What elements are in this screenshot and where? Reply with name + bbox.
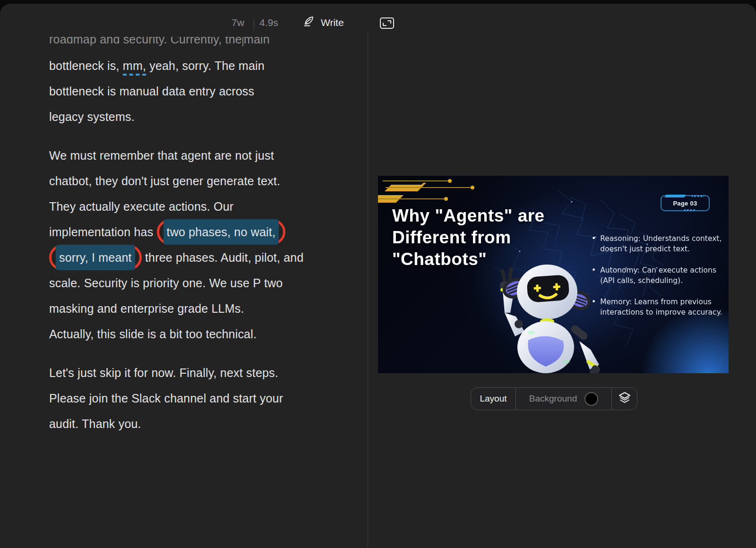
main-panel: 7w 4.9s Write roadmap and security. Curr… [0, 4, 756, 548]
transcript-paragraph[interactable]: Let's just skip it for now. Finally, nex… [49, 360, 323, 437]
transcript-text: masking and enterprise grade LLMs. [49, 296, 323, 321]
background-label: Background [529, 394, 577, 404]
transcript-text: three phases. Audit, pilot, and [142, 251, 304, 264]
bullet-dot: • [592, 233, 596, 254]
bullet-dot: • [592, 265, 596, 286]
write-button[interactable]: Write [302, 15, 344, 30]
topbar-separator [254, 18, 254, 31]
bullet-item: •Memory: Learns from previous interactio… [592, 297, 729, 317]
duration: 4.9s [259, 17, 278, 28]
transcript-text: They actually execute actions. Our [49, 194, 323, 219]
highlighted-phrase[interactable]: sorry, I meant [56, 245, 135, 270]
background-button[interactable]: Background [516, 388, 611, 410]
transcript-text: audit. Thank you. [49, 411, 323, 437]
slide-bullet-list: •Reasoning: Understands context, doesn't… [592, 233, 729, 328]
slide-toolbar: Layout Background [471, 387, 637, 410]
transcript-editor[interactable]: roadmap and security. Currently, themain… [49, 37, 323, 450]
transcript-text: Let's just skip it for now. Finally, nex… [49, 360, 323, 385]
layout-button[interactable]: Layout [471, 388, 515, 410]
transcript-text: We must remember that agent are not just [49, 143, 323, 168]
badge-accent-bar [664, 195, 686, 197]
transcript-paragraph[interactable]: We must remember that agent are not just… [49, 143, 323, 347]
filler-word-underlined[interactable]: mm, [123, 59, 146, 76]
bullet-dot: • [592, 297, 596, 317]
badge-hatch [684, 209, 696, 211]
layers-icon [618, 391, 631, 406]
correction-ring[interactable]: two phases, no wait, [157, 219, 286, 245]
slide-title: Why "Agents" are Different from "Chatbot… [392, 205, 545, 270]
transcript-text: Actually, this slide is a bit too techni… [49, 321, 323, 347]
transcript-text: chatbot, they don't just gener generate … [49, 168, 323, 194]
transcript-text: bottleneck is manual data entry across [49, 78, 323, 104]
slide-preview[interactable]: Why "Agents" are Different from "Chatbot… [378, 176, 729, 373]
transcript-text: yeah, sorry. The main [146, 59, 265, 72]
transcript-text: bottleneck is, [49, 59, 123, 72]
write-label: Write [321, 17, 344, 28]
highlighted-phrase[interactable]: two phases, no wait, [163, 219, 279, 245]
transcript-clipped-line[interactable]: roadmap and security. Currently, themain [49, 37, 323, 48]
layout-label: Layout [480, 394, 507, 404]
transcript-text: Please join the Slack channel and start … [49, 385, 323, 411]
quill-icon [302, 15, 315, 30]
transcript-text: implementation has [49, 225, 157, 239]
panel-divider [368, 33, 368, 548]
word-count: 7w [232, 17, 244, 28]
clipped-text-before-cursor: roadmap and security. Currently, the [49, 37, 242, 46]
correction-ring[interactable]: sorry, I meant [49, 245, 142, 270]
bullet-item: •Reasoning: Understands context, doesn't… [592, 233, 729, 254]
text-cursor [242, 37, 243, 46]
badge-hatch [692, 195, 704, 197]
robot-mascot-graphic [486, 257, 604, 373]
transcript-paragraph[interactable]: bottleneck is, mm, yeah, sorry. The main… [49, 53, 323, 129]
bullet-item: •Autonomy: Can execute actions (API call… [592, 265, 729, 286]
clipped-text-after-cursor: main [244, 37, 270, 46]
transcript-text: legacy systems. [49, 104, 323, 129]
page-number-badge: Page 03 [661, 195, 710, 211]
gold-decoration [378, 179, 477, 208]
layers-button[interactable] [612, 388, 637, 410]
background-color-swatch[interactable] [584, 392, 598, 406]
fullscreen-button[interactable] [379, 17, 395, 31]
transcript-text: scale. Security is priority one. We use … [49, 270, 323, 296]
